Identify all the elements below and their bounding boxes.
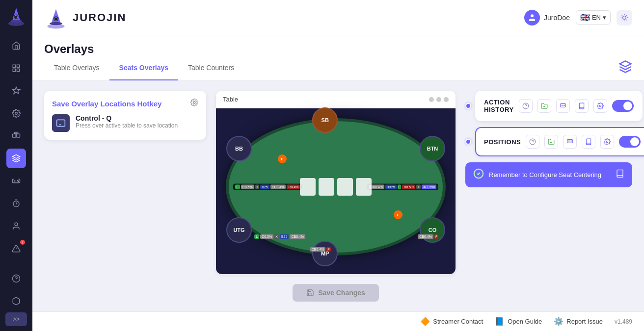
positions-toggle[interactable] (619, 136, 641, 148)
overlay-bar-left: L C0.5% X B25 CB0.4% R0.4% (233, 184, 302, 190)
action-history-settings-btn[interactable] (593, 99, 607, 113)
save-changes-button[interactable]: Save Changes (293, 284, 379, 302)
sidebar-item-dashboard[interactable] (6, 58, 26, 78)
tab-seats-overlays[interactable]: Seats Overlays (109, 56, 178, 80)
hotkey-title: Save Overlay Locations Hotkey (52, 100, 161, 108)
tag-lr: L (398, 185, 402, 189)
streamer-contact-label: Streamer Contact (433, 318, 483, 325)
action-history-book-btn[interactable] (575, 99, 589, 113)
sidebar-item-modules[interactable] (6, 126, 26, 146)
tab-table-overlays[interactable]: Table Overlays (44, 56, 109, 80)
streamer-icon: 🔶 (420, 317, 430, 326)
hotkey-card-header: Save Overlay Locations Hotkey (52, 99, 198, 108)
chevron-down-icon: ▾ (603, 14, 606, 21)
theme-toggle-button[interactable] (617, 10, 632, 25)
app-logo (44, 6, 68, 29)
svg-rect-52 (568, 141, 569, 142)
report-issue-button[interactable]: ⚙️ Report Issue (554, 317, 603, 326)
sidebar-item-timer[interactable] (6, 194, 26, 213)
left-panel: Save Overlay Locations Hotkey Control - … (44, 91, 206, 302)
remember-text: Remember to Configure Seat Centering (489, 171, 601, 178)
svg-line-37 (622, 20, 622, 20)
hotkey-card: Save Overlay Locations Hotkey Control - … (44, 91, 206, 140)
theme-icon (620, 14, 628, 22)
positions-settings-btn[interactable] (600, 135, 614, 149)
utg-overlay: L C0.5% X B25 CB0.4% (254, 234, 305, 239)
co-overlay: CB0.4% F (418, 234, 438, 239)
action-history-display-btn[interactable] (556, 99, 570, 113)
save-icon (306, 289, 314, 297)
page-title: Overlays (44, 35, 106, 56)
svg-rect-5 (17, 65, 20, 67)
sidebar-item-box[interactable] (6, 291, 26, 311)
tab-table-counters[interactable]: Table Counters (178, 56, 244, 80)
seat-co: CO (420, 217, 445, 243)
positions-help-btn[interactable] (526, 135, 539, 149)
sidebar-item-overlays[interactable] (6, 149, 26, 168)
tag-c05: C0.5% (241, 185, 254, 189)
remember-book-button[interactable] (616, 169, 624, 180)
positions-display-btn[interactable] (563, 135, 577, 149)
tag-x: X (255, 185, 260, 189)
app-footer: 🔶 Streamer Contact 📘 Open Guide ⚙️ Repor… (32, 311, 644, 331)
action-history-controls: ACTION HISTORY (484, 99, 634, 113)
action-history-row: ACTION HISTORY (465, 91, 632, 121)
svg-rect-54 (571, 141, 572, 142)
action-history-title: ACTION HISTORY (484, 99, 514, 113)
remember-banner: Remember to Configure Seat Centering (465, 162, 632, 187)
utg-tag-l: L (254, 234, 259, 239)
sidebar-item-help[interactable] (6, 269, 26, 288)
sidebar-item-gamepad[interactable] (6, 171, 26, 191)
seat-mp: MP (312, 241, 338, 266)
dealer-button: F (278, 154, 287, 163)
svg-point-26 (53, 16, 58, 21)
user-menu[interactable]: JuroDoe (524, 10, 570, 25)
report-issue-label: Report Issue (566, 318, 603, 325)
sidebar-item-settings[interactable] (6, 103, 26, 123)
version-label: v1.489 (615, 318, 632, 325)
placeholder-boxes (300, 178, 372, 196)
svg-rect-12 (17, 132, 18, 134)
positions-folder-btn[interactable] (544, 135, 558, 149)
language-selector[interactable]: 🇬🇧 EN ▾ (576, 10, 611, 25)
positions-book-btn[interactable] (582, 135, 595, 149)
svg-rect-53 (570, 141, 571, 142)
action-history-folder-btn[interactable] (537, 99, 551, 113)
svg-rect-7 (17, 69, 20, 72)
tag-all250: ALL250 (422, 185, 436, 189)
placeholder-box-3 (337, 178, 353, 196)
sidebar: ! >> (0, 0, 32, 331)
open-guide-button[interactable]: 📘 Open Guide (495, 317, 542, 326)
table-preview-title: Table (223, 96, 238, 103)
tabs-row: Table Overlays Seats Overlays Table Coun… (44, 56, 244, 80)
sidebar-item-cards[interactable] (6, 81, 26, 101)
user-avatar (524, 10, 540, 25)
action-history-help-btn[interactable] (519, 99, 533, 113)
svg-point-48 (599, 105, 601, 107)
lang-code: EN (592, 14, 601, 21)
action-history-toggle[interactable] (612, 100, 634, 112)
streamer-contact-button[interactable]: 🔶 Streamer Contact (420, 317, 483, 326)
tag-b25: B25 (260, 185, 269, 189)
sidebar-item-home[interactable] (6, 36, 26, 55)
sidebar-item-user[interactable] (6, 216, 26, 236)
mp-tag-f: F (326, 247, 330, 252)
user-name: JuroDoe (544, 14, 570, 22)
tag-l: L (235, 185, 240, 189)
report-icon: ⚙️ (554, 317, 564, 326)
dot-1 (429, 97, 434, 102)
utg-tag-b: B25 (280, 234, 289, 239)
lang-flag: 🇬🇧 (580, 13, 590, 22)
chevron-right-icon: >> (13, 316, 20, 323)
sidebar-item-alert[interactable]: ! (6, 239, 26, 258)
svg-rect-45 (562, 105, 563, 106)
svg-line-33 (622, 15, 622, 15)
utg-tag-c: C0.5% (260, 234, 273, 239)
positions-row: POSITIONS (465, 127, 632, 156)
dealer-button-2: F (394, 210, 402, 219)
svg-rect-46 (563, 105, 564, 106)
action-history-card: ACTION HISTORY (475, 91, 643, 121)
sidebar-expand-button[interactable]: >> (5, 312, 27, 326)
hotkey-settings-button[interactable] (190, 99, 198, 108)
svg-point-8 (15, 112, 18, 115)
